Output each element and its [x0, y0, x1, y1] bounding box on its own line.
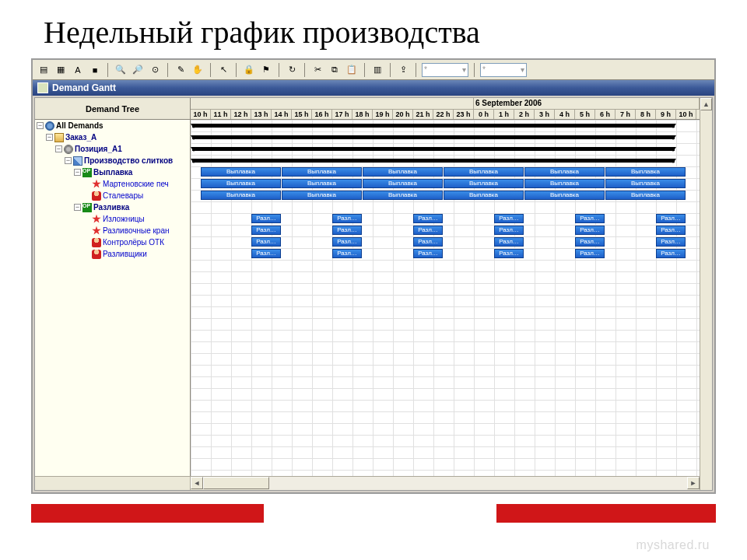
pointer-icon[interactable]: ↖	[216, 63, 230, 77]
task-bar[interactable]: Разл…	[251, 226, 281, 235]
tree-item[interactable]: −Позиция_А1	[35, 143, 190, 155]
task-bar[interactable]: Разл…	[332, 249, 362, 258]
task-bar[interactable]: Выплавка	[605, 179, 686, 188]
task-bar[interactable]: Выплавка	[282, 191, 362, 200]
task-bar[interactable]: Выплавка	[524, 167, 605, 177]
task-bar[interactable]: Выплавка	[282, 167, 362, 177]
toolbar-dropdown-1[interactable]: *▾	[422, 63, 468, 77]
tree-expander-icon[interactable]: −	[74, 169, 81, 176]
tree-item[interactable]: −OPРазливка	[35, 201, 190, 213]
zoom-fit-icon[interactable]: ⊙	[148, 63, 162, 77]
red-a-icon[interactable]: A	[71, 63, 85, 77]
tree-expander-icon[interactable]: −	[37, 122, 44, 129]
watermark: myshared.ru	[637, 538, 710, 552]
tree-item[interactable]: Разливщики	[35, 248, 190, 260]
summary-bar[interactable]	[192, 159, 675, 163]
task-bar[interactable]: Разл…	[494, 249, 524, 258]
task-bar[interactable]: Разл…	[494, 214, 524, 223]
task-bar[interactable]: Выплавка	[444, 167, 524, 177]
tree-item[interactable]: −Заказ_А	[35, 131, 190, 143]
tree-expander-icon[interactable]: −	[55, 145, 62, 152]
summary-bar[interactable]	[192, 147, 675, 151]
task-bar[interactable]: Выплавка	[444, 179, 524, 188]
summary-bar[interactable]	[192, 124, 675, 128]
tree-item[interactable]: Изложницы	[35, 213, 190, 225]
tree-item[interactable]: Сталевары	[35, 190, 190, 201]
task-bar[interactable]: Разл…	[575, 249, 605, 258]
task-bar[interactable]: Разл…	[332, 214, 362, 223]
window-title-bar: Demand Gantt	[33, 80, 714, 96]
task-bar[interactable]: Разл…	[656, 214, 686, 223]
highlight-icon[interactable]: ✎	[174, 63, 188, 77]
task-bar[interactable]: Разл…	[494, 237, 524, 247]
tree-item[interactable]: −Производство слитков	[35, 155, 190, 166]
tree-item[interactable]: −All Demands	[35, 120, 190, 131]
task-bar[interactable]: Выплавка	[282, 179, 362, 188]
paste-icon[interactable]: 📋	[345, 63, 359, 77]
summary-bar[interactable]	[192, 135, 675, 139]
demand-tree-panel[interactable]: −All Demands−Заказ_А−Позиция_А1−Производ…	[35, 120, 191, 476]
task-bar[interactable]: Разл…	[413, 237, 443, 247]
tree-item[interactable]: Контролёры ОТК	[35, 236, 190, 248]
hour-cell: 9 h	[656, 110, 676, 119]
task-bar[interactable]: Разл…	[575, 237, 605, 247]
task-bar[interactable]: Разл…	[656, 237, 686, 247]
task-bar[interactable]: Выплавка	[444, 191, 524, 200]
task-bar[interactable]: Выплавка	[605, 167, 686, 177]
tree-item-label: Разливка	[93, 203, 129, 212]
task-bar[interactable]: Разл…	[332, 226, 362, 235]
toolbar: ▤▦A■🔍🔎⊙✎✋↖🔒⚑↻✂⧉📋▥⇪*▾*▾	[33, 60, 714, 80]
hand-icon[interactable]: ✋	[191, 63, 205, 77]
tree-item[interactable]: Разливочные кран	[35, 225, 190, 236]
task-bar[interactable]: Разл…	[413, 214, 443, 223]
task-bar[interactable]: Разл…	[413, 226, 443, 235]
task-bar[interactable]: Разл…	[656, 249, 686, 258]
flag-icon[interactable]: ⚑	[259, 63, 273, 77]
scroll-thumb[interactable]	[203, 477, 269, 489]
note-icon[interactable]: ▤	[37, 63, 51, 77]
tree-item-label: Мартеновские печ	[103, 180, 169, 188]
task-bar[interactable]: Разл…	[494, 226, 524, 235]
zoom-out-icon[interactable]: 🔎	[131, 63, 145, 77]
folder-icon	[54, 133, 64, 142]
task-bar[interactable]: Разл…	[413, 249, 443, 258]
hour-cell: 10 h	[676, 110, 696, 119]
tree-expander-icon[interactable]: −	[65, 157, 72, 164]
task-bar[interactable]: Разл…	[251, 237, 281, 247]
zoom-in-icon[interactable]: 🔍	[114, 63, 128, 77]
colorbar-icon[interactable]: ▥	[370, 63, 384, 77]
scroll-right-icon[interactable]: ►	[687, 477, 700, 489]
task-bar[interactable]: Выплавка	[201, 179, 281, 188]
horizontal-scrollbar[interactable]: ◄ ►	[191, 477, 712, 490]
copy-icon[interactable]: ⧉	[328, 63, 342, 77]
cut-icon[interactable]: ✂	[310, 63, 324, 77]
task-bar[interactable]: Разл…	[575, 226, 605, 235]
task-bar[interactable]: Выплавка	[363, 179, 443, 188]
task-bar[interactable]: Разл…	[251, 249, 281, 258]
scroll-left-icon[interactable]: ◄	[191, 477, 203, 489]
lock-icon[interactable]: 🔒	[242, 63, 256, 77]
tree-item[interactable]: Мартеновские печ	[35, 178, 190, 190]
task-bar[interactable]: Выплавка	[363, 191, 443, 200]
tree-expander-icon[interactable]: −	[74, 204, 81, 211]
refresh-icon[interactable]: ↻	[285, 63, 299, 77]
task-bar[interactable]: Разл…	[332, 237, 362, 247]
content-pane: Demand Tree 6 September 2006 10 h11 h12 …	[34, 97, 713, 491]
task-bar[interactable]: Выплавка	[201, 191, 281, 200]
red-b-icon[interactable]: ■	[88, 63, 102, 77]
gantt-area[interactable]: ВыплавкаВыплавкаВыплавкаВыплавкаВыплавка…	[191, 120, 712, 476]
tree-item[interactable]: −OPВыплавка	[35, 166, 190, 178]
task-bar[interactable]: Разл…	[656, 226, 686, 235]
tree-expander-icon[interactable]: −	[46, 134, 53, 141]
task-bar[interactable]: Разл…	[575, 214, 605, 223]
task-bar[interactable]: Выплавка	[201, 167, 281, 177]
task-bar[interactable]: Разл…	[251, 214, 281, 223]
export-icon[interactable]: ⇪	[396, 63, 410, 77]
toolbar-dropdown-2[interactable]: *▾	[480, 63, 527, 77]
task-bar[interactable]: Выплавка	[524, 179, 605, 188]
task-bar[interactable]: Выплавка	[524, 191, 605, 200]
cards-icon[interactable]: ▦	[54, 63, 68, 77]
task-bar[interactable]: Выплавка	[605, 191, 686, 200]
vertical-scrollbar[interactable]: ▲ ▼	[700, 120, 712, 476]
task-bar[interactable]: Выплавка	[363, 167, 443, 177]
